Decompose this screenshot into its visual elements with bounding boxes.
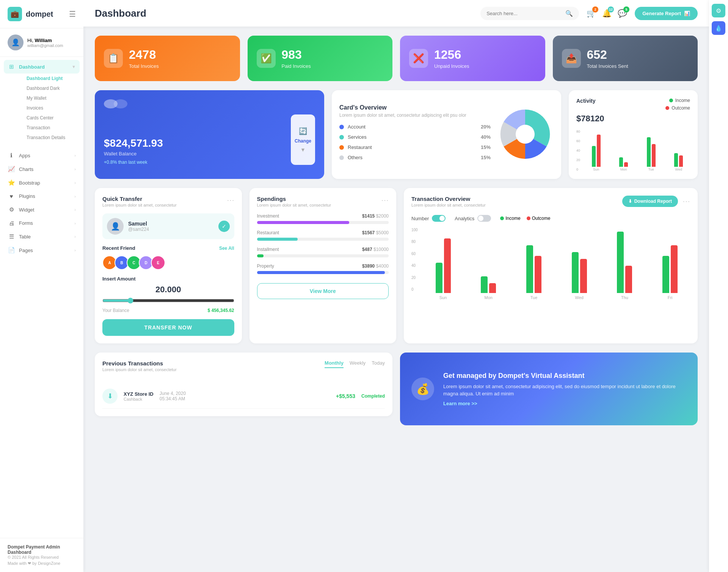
cart-icon-button[interactable]: 🛒 2 [587, 9, 596, 18]
friends-avatars: A B C D E [102, 255, 234, 270]
sidebar-item-widget[interactable]: ⚙ Widget › [0, 203, 83, 216]
see-all-link[interactable]: See All [219, 246, 234, 251]
sub-nav-item-my-wallet[interactable]: My Wallet [19, 93, 83, 103]
amount-slider-container [102, 298, 234, 305]
download-report-button[interactable]: ⬇ Download Report [622, 196, 678, 207]
trans-amount: +$5,553 [336, 393, 355, 399]
to-bar-thu: Thu [605, 229, 645, 300]
to-income-legend: Income [500, 216, 520, 221]
bar-chart-icon: 📊 [684, 11, 690, 16]
outcome-bar-sun [597, 135, 601, 167]
chevron-right-icon: › [74, 180, 76, 185]
chevron-down-icon: ▼ [300, 147, 306, 153]
sub-nav-item-invoices[interactable]: Invoices [19, 103, 83, 113]
va-content: Get managed by Dompet's Virtual Assistan… [443, 372, 686, 406]
quick-transfer-title: Quick Transfer [102, 196, 177, 202]
chat-icon-button[interactable]: 💬 5 [618, 9, 627, 18]
to-sub: Lorem ipsum dolor sit amet, consectetur [411, 203, 486, 207]
to-income-dot [500, 216, 504, 220]
virtual-assistant-card: 💰 Get managed by Dompet's Virtual Assist… [400, 353, 698, 425]
footer-title: Dompet Payment Admin Dashboard [8, 544, 76, 555]
insert-amount-label: Insert Amount [102, 276, 234, 282]
analytics-toggle-group: Analytics [455, 215, 491, 222]
quick-transfer-menu[interactable]: ⋯ [227, 196, 234, 205]
va-text: Lorem ipsum dolor sit amet, consectetur … [443, 383, 686, 398]
refresh-icon: 🔄 [299, 127, 307, 135]
bar-group-wed: Wed [667, 153, 690, 171]
to-income-sun [436, 263, 442, 293]
amount-slider[interactable] [102, 298, 234, 304]
avatar: 👤 [8, 34, 24, 50]
sidebar-item-forms[interactable]: 🖨 Forms › [0, 216, 83, 230]
cart-badge: 2 [592, 6, 598, 13]
unpaid-invoices-icon: ❌ [409, 49, 428, 68]
widget-icon: ⚙ [8, 206, 15, 213]
transfer-now-button[interactable]: TRANSFER NOW [102, 319, 234, 336]
to-bar-mon: Mon [468, 229, 508, 300]
analytics-toggle[interactable] [477, 215, 491, 222]
number-toggle[interactable] [432, 215, 446, 222]
spending-restaurant: Restaurant $1567 $5000 [257, 230, 389, 241]
bell-icon-button[interactable]: 🔔 12 [602, 9, 612, 18]
search-input[interactable] [486, 11, 562, 16]
account-dot [339, 125, 344, 129]
trans-status: Completed [361, 393, 385, 399]
chevron-right-icon: › [74, 207, 76, 212]
view-more-button[interactable]: View More [257, 283, 389, 299]
to-bar-fri: Fri [650, 229, 690, 300]
to-bar-wed: Wed [559, 229, 599, 300]
svg-point-0 [516, 125, 535, 144]
trans-date: June 4, 2020 05:34:45 AM [160, 391, 186, 401]
legend-list: Account 20% Services 40% Restaurant 15% [339, 124, 491, 160]
to-outcome-legend: Outcome [527, 216, 551, 221]
sidebar-item-dashboard[interactable]: ⊞ Dashboard ▼ [4, 60, 80, 74]
sub-nav-item-transaction-details[interactable]: Transaction Details [19, 133, 83, 143]
tab-weekly[interactable]: Weekly [350, 360, 366, 368]
sidebar-item-table[interactable]: ☰ Table › [0, 230, 83, 243]
va-link[interactable]: Learn more >> [443, 401, 686, 406]
balance-amount: $ 456,345.62 [207, 308, 234, 313]
sidebar-item-charts[interactable]: 📈 Charts › [0, 162, 83, 176]
total-invoices-icon: 📋 [104, 49, 123, 68]
sidebar-item-apps[interactable]: ℹ Apps › [0, 149, 83, 162]
sidebar-item-bootstrap[interactable]: ⭐ Bootstrap › [0, 176, 83, 190]
settings-button[interactable]: ⚙ [712, 4, 725, 17]
sidebar-item-plugins[interactable]: ♥ Plugins › [0, 190, 83, 203]
label-sun: Sun [593, 168, 599, 171]
hamburger-icon[interactable]: ☰ [69, 9, 76, 19]
friend-avatar-5[interactable]: E [151, 255, 165, 270]
to-outcome-sun [444, 238, 451, 293]
to-bar-tue: Tue [514, 229, 554, 300]
change-label: Change [295, 138, 311, 144]
bottom-row: Quick Transfer Lorem ipsum dolor sit ame… [95, 188, 698, 343]
wallet-card: $824,571.93 Wallet Balance +0.8% than la… [95, 90, 324, 179]
sub-nav-item-cards-center[interactable]: Cards Center [19, 113, 83, 123]
tab-monthly[interactable]: Monthly [325, 360, 344, 368]
activity-legend: Income Outcome [665, 98, 690, 111]
change-button[interactable]: 🔄 Change ▼ [291, 114, 315, 165]
spendings-menu[interactable]: ⋯ [381, 196, 389, 205]
tab-today[interactable]: Today [372, 360, 385, 368]
header-icons: 🛒 2 🔔 12 💬 5 [587, 9, 627, 18]
to-menu[interactable]: ⋯ [682, 197, 690, 206]
sidebar-item-pages[interactable]: 📄 Pages › [0, 243, 83, 257]
trans-icon-wrap: ⬇ [102, 389, 118, 404]
activity-chart: 806040200 Sun [576, 130, 690, 171]
to-outcome-tue [535, 256, 541, 293]
transfer-name: Samuel [128, 221, 149, 227]
activity-header: Activity Income Outcome [576, 98, 690, 111]
spendings-title: Spendings [257, 196, 331, 202]
theme-button[interactable]: 💧 [712, 21, 725, 35]
activity-title: Activity [576, 98, 596, 104]
installment-progress [257, 254, 264, 257]
income-bar-wed [674, 153, 678, 167]
sub-nav-item-dashboard-dark[interactable]: Dashboard Dark [19, 83, 83, 93]
check-icon: ✓ [218, 221, 230, 232]
pie-chart [497, 106, 554, 164]
generate-report-button[interactable]: Generate Report 📊 [635, 7, 698, 20]
sub-nav-item-transaction[interactable]: Transaction [19, 123, 83, 133]
overview-title: Card's Overview [339, 104, 491, 111]
page-title: Dashboard [95, 8, 473, 19]
sub-nav-item-dashboard-light[interactable]: Dashboard Light [19, 74, 83, 83]
outcome-bar-mon [624, 162, 628, 167]
